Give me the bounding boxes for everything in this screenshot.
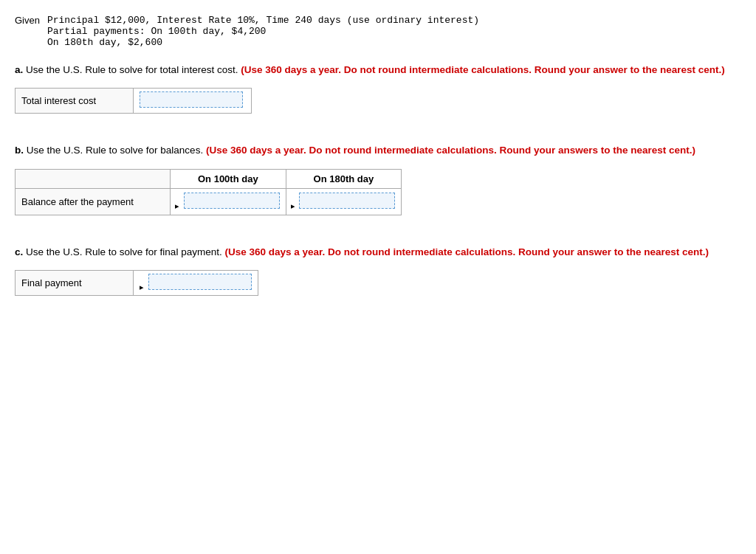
part-c-label: c. <box>15 246 23 257</box>
balance-table-header-row: On 100th day On 180th day <box>16 169 402 188</box>
part-b-label: b. <box>15 145 24 156</box>
part-b-text-bold: (Use 360 days a year. Do not round inter… <box>206 145 695 156</box>
part-a-question: a. Use the U.S. Rule to solve for total … <box>15 63 741 77</box>
part-a-text-normal: Use the U.S. Rule to solve for total int… <box>26 64 238 75</box>
given-line3: On 180th day, $2,600 <box>47 37 479 48</box>
table-row: Total interest cost <box>16 89 252 114</box>
balance-day180-input[interactable] <box>299 193 395 209</box>
triangle-icon-1: ▸ <box>175 201 179 210</box>
given-label: Given <box>15 15 40 48</box>
part-a-section: a. Use the U.S. Rule to solve for total … <box>15 63 741 114</box>
part-c-text-bold: (Use 360 days a year. Do not round inter… <box>224 246 709 257</box>
balance-table-empty-header <box>16 169 171 188</box>
part-b-table: On 100th day On 180th day Balance after … <box>15 169 402 215</box>
given-section: Given Principal $12,000, Interest Rate 1… <box>15 15 741 48</box>
total-interest-cost-cell <box>134 89 252 114</box>
balance-col1-header: On 100th day <box>171 169 286 188</box>
final-payment-input[interactable] <box>148 274 252 290</box>
table-row: Final payment ▸ <box>16 270 258 295</box>
balance-day100-input[interactable] <box>184 193 280 209</box>
total-interest-cost-input[interactable] <box>140 91 243 108</box>
given-line2: Partial payments: On 100th day, $4,200 <box>47 26 479 37</box>
total-interest-cost-label: Total interest cost <box>16 89 134 114</box>
part-c-table: Final payment ▸ <box>15 270 258 296</box>
balance-day100-cell: ▸ <box>171 188 286 215</box>
part-c-question: c. Use the U.S. Rule to solve for final … <box>15 245 741 260</box>
part-b-section: b. Use the U.S. Rule to solve for balanc… <box>15 143 741 215</box>
part-c-text-normal: Use the U.S. Rule to solve for final pay… <box>26 246 222 257</box>
balance-day180-cell: ▸ <box>286 188 402 215</box>
balance-table-row: Balance after the payment ▸ ▸ <box>16 188 402 215</box>
part-c-section: c. Use the U.S. Rule to solve for final … <box>15 245 741 296</box>
final-payment-label: Final payment <box>16 270 134 295</box>
triangle-icon-3: ▸ <box>140 283 144 291</box>
part-a-table: Total interest cost <box>15 88 252 114</box>
triangle-icon-2: ▸ <box>291 201 295 210</box>
part-b-text-normal: Use the U.S. Rule to solve for balances. <box>27 145 203 156</box>
given-content: Principal $12,000, Interest Rate 10%, Ti… <box>47 15 479 48</box>
part-a-label: a. <box>15 64 23 75</box>
final-payment-cell: ▸ <box>134 270 258 295</box>
given-line1: Principal $12,000, Interest Rate 10%, Ti… <box>47 15 479 26</box>
balance-after-payment-label: Balance after the payment <box>16 188 171 215</box>
part-b-question: b. Use the U.S. Rule to solve for balanc… <box>15 143 741 158</box>
part-a-text-bold: (Use 360 days a year. Do not round inter… <box>241 64 725 75</box>
balance-col2-header: On 180th day <box>286 169 402 188</box>
